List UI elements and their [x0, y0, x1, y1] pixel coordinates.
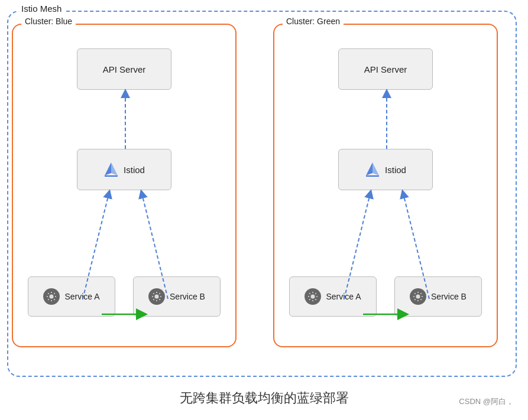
services-row-green: Service A Service B: [274, 276, 497, 317]
gear-icon-service-a-green: [305, 288, 321, 305]
istiod-blue: Istiod: [77, 149, 171, 190]
api-server-green: API Server: [338, 48, 433, 90]
service-b-blue-label: Service B: [170, 292, 205, 301]
gear-icon-service-b-blue: [148, 288, 165, 305]
svg-point-13: [416, 295, 420, 299]
svg-marker-9: [366, 162, 372, 175]
svg-marker-10: [372, 162, 379, 175]
cluster-blue-label: Cluster: Blue: [21, 17, 76, 26]
svg-marker-0: [105, 162, 111, 175]
gear-icon-service-b-green: [410, 288, 426, 305]
service-a-green-label: Service A: [326, 292, 361, 301]
cluster-green: Cluster: Green API Server Istiod Service…: [273, 24, 498, 347]
istiod-green-label: Istiod: [385, 165, 406, 175]
istiod-green-sail-icon: [365, 161, 380, 178]
istiod-blue-label: Istiod: [124, 165, 145, 175]
istiod-green: Istiod: [338, 149, 433, 190]
services-row-blue: Service A Service B: [13, 276, 235, 317]
svg-point-12: [311, 295, 315, 299]
footer-title: 无跨集群负载均衡的蓝绿部署: [180, 389, 349, 407]
service-b-green-label: Service B: [431, 292, 467, 301]
mesh-label: Istio Mesh: [18, 4, 65, 14]
svg-point-3: [50, 295, 54, 299]
gear-icon-service-a-blue: [43, 288, 60, 305]
cluster-blue: Cluster: Blue API Server Istiod Service …: [12, 24, 237, 347]
service-b-blue: Service B: [133, 276, 221, 317]
api-server-blue-label: API Server: [103, 64, 146, 74]
service-a-green: Service A: [289, 276, 377, 317]
cluster-green-label: Cluster: Green: [283, 17, 344, 26]
istiod-blue-sail-icon: [103, 161, 119, 178]
service-b-green: Service B: [394, 276, 482, 317]
svg-marker-1: [111, 162, 118, 175]
service-a-blue-label: Service A: [64, 292, 99, 301]
footer-credit: CSDN @阿白，: [459, 396, 514, 407]
service-a-blue: Service A: [28, 276, 115, 317]
svg-point-4: [155, 295, 159, 299]
api-server-green-label: API Server: [364, 64, 407, 74]
api-server-blue: API Server: [77, 48, 171, 90]
